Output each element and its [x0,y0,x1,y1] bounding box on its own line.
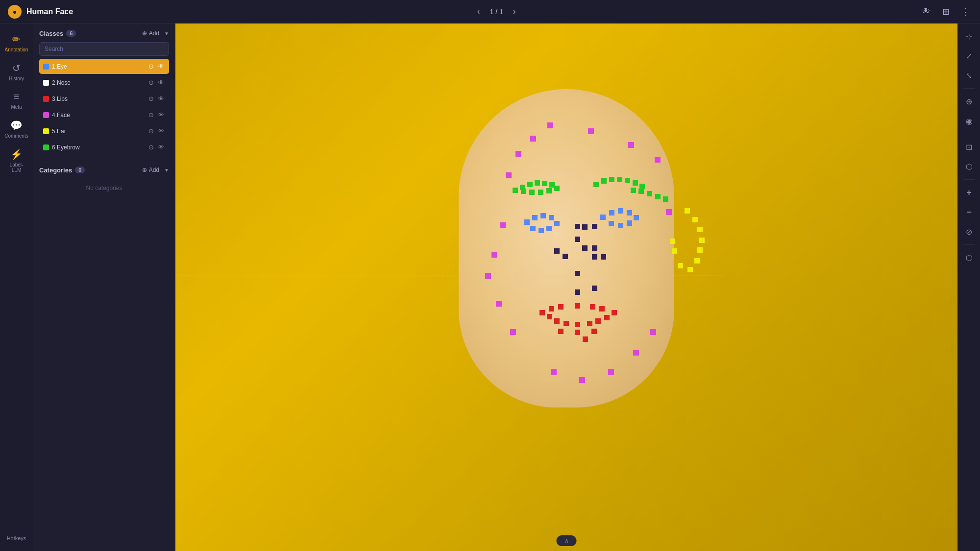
hotkeys-button[interactable]: Hotkeys [3,531,30,545]
categories-title: Categories 0 [39,167,85,174]
class-item-face[interactable]: 4.Face ⊙ 👁 [39,107,169,122]
label-llm-label: Label-LLM [6,162,27,173]
classes-count-badge: 6 [66,30,76,37]
annotation-label: Annotation [5,47,28,52]
class-name: 1.Eye [52,63,145,70]
class-item-lips[interactable]: 3.Lips ⊙ 👁 [39,91,169,106]
bottom-chevron-icon: ∧ [564,537,569,544]
class-name: 6.Eyebrow [52,144,145,151]
next-page-button[interactable]: › [509,4,520,19]
classes-title: Classes 6 [39,30,76,37]
right-toolbar: ⊹ ⤢ ⤡ ⊕ ◉ ⊡ ⬡ + − ⊘ ⬡ [957,24,980,551]
class-target-button[interactable]: ⊙ [147,94,155,103]
toolbar-divider-3 [963,179,975,180]
filter-tool-button[interactable]: ⬡ [960,158,978,175]
canvas-area[interactable]: ∧ [175,24,957,551]
cursor-tool-button[interactable]: ⊹ [960,27,978,45]
class-color-dot [43,112,49,118]
app-logo: ● [8,5,22,19]
toolbar-divider-4 [963,244,975,245]
face-sim [419,67,713,508]
square-tool-button[interactable]: ⊡ [960,138,978,156]
class-target-button[interactable]: ⊙ [147,126,155,136]
icon-nav: ✏ Annotation ↺ History ≡ Meta 💬 Comments… [0,24,33,551]
class-visibility-button[interactable]: 👁 [157,94,165,103]
class-actions: ⊙ 👁 [147,143,165,152]
sidebar-item-label-llm[interactable]: ⚡ Label-LLM [3,144,30,177]
class-visibility-button[interactable]: 👁 [157,110,165,120]
no-categories-text: No categories [39,185,169,192]
page-indicator: 1 / 1 [490,8,503,16]
history-icon: ↺ [12,62,21,74]
class-actions: ⊙ 👁 [147,62,165,71]
circle-tool-button[interactable]: ◉ [960,112,978,130]
search-input[interactable] [39,42,169,56]
grid-icon-button[interactable]: ⊞ [940,4,952,19]
class-target-button[interactable]: ⊙ [147,110,155,120]
class-target-button[interactable]: ⊙ [147,62,155,71]
class-target-button[interactable]: ⊙ [147,78,155,87]
classes-panel: Classes 6 ⊕ Add ▼ 1.Eye ⊙ 👁 [33,24,175,551]
lasso-tool-button[interactable]: ⬡ [960,249,978,266]
sidebar-item-history[interactable]: ↺ History [3,58,30,85]
class-name: 5.Ear [52,128,145,135]
topbar-left: ● Human Face [8,5,73,19]
sidebar-item-comments[interactable]: 💬 Comments [3,116,30,143]
toolbar-divider-1 [963,88,975,89]
history-label: History [9,76,24,81]
comments-icon: 💬 [10,120,23,131]
more-options-button[interactable]: ⋮ [959,4,972,19]
categories-header: Categories 0 ⊕ Add ▼ [39,165,169,175]
class-visibility-button[interactable]: 👁 [157,78,165,87]
topbar-right: 👁 ⊞ ⋮ [920,4,972,19]
meta-icon: ≡ [14,91,20,102]
categories-plus-icon: ⊕ [142,167,147,173]
categories-add-button[interactable]: ⊕ Add [139,165,162,175]
meta-label: Meta [11,104,22,110]
prev-page-button[interactable]: ‹ [473,4,484,19]
class-color-dot [43,144,49,150]
face-container [175,24,957,551]
plus-icon: ⊕ [142,30,147,37]
zoom-in-button[interactable]: + [960,184,978,201]
class-target-button[interactable]: ⊙ [147,143,155,152]
project-title: Human Face [26,7,73,16]
class-actions: ⊙ 👁 [147,78,165,87]
class-visibility-button[interactable]: 👁 [157,143,165,152]
expand-button[interactable]: ⤡ [960,67,978,84]
comments-label: Comments [4,133,28,139]
class-visibility-button[interactable]: 👁 [157,126,165,136]
class-item-eye[interactable]: 1.Eye ⊙ 👁 [39,59,169,74]
class-actions: ⊙ 👁 [147,110,165,120]
class-color-dot [43,96,49,102]
class-name: 2.Nose [52,79,145,86]
class-item-ear[interactable]: 5.Ear ⊙ 👁 [39,123,169,139]
class-actions: ⊙ 👁 [147,94,165,103]
sidebar-item-annotation[interactable]: ✏ Annotation [3,29,30,56]
comment-tool-button[interactable]: ⊕ [960,93,978,110]
label-llm-icon: ⚡ [10,148,23,160]
class-item-nose[interactable]: 2.Nose ⊙ 👁 [39,75,169,90]
categories-count-badge: 0 [75,167,85,173]
classes-section: Classes 6 ⊕ Add ▼ 1.Eye ⊙ 👁 [33,24,175,160]
bottom-bar[interactable]: ∧ [557,535,577,546]
class-list: 1.Eye ⊙ 👁 2.Nose ⊙ 👁 3.Lips ⊙ 👁 4.Face [39,59,169,155]
topbar: ● Human Face ‹ 1 / 1 › 👁 ⊞ ⋮ [0,0,980,24]
fit-view-button[interactable]: ⤢ [960,47,978,65]
class-item-eyebrow[interactable]: 6.Eyebrow ⊙ 👁 [39,140,169,155]
main-layout: ✏ Annotation ↺ History ≡ Meta 💬 Comments… [0,24,980,551]
class-color-dot [43,128,49,134]
zoom-out-button[interactable]: − [960,203,978,221]
class-actions: ⊙ 👁 [147,126,165,136]
class-visibility-button[interactable]: 👁 [157,62,165,71]
annotation-icon: ✏ [12,33,21,45]
class-color-dot [43,64,49,70]
zoom-reset-button[interactable]: ⊘ [960,223,978,240]
sidebar-item-meta[interactable]: ≡ Meta [3,87,30,114]
face-oval [459,89,674,407]
visibility-icon-button[interactable]: 👁 [920,4,932,19]
class-name: 3.Lips [52,96,145,102]
classes-add-button[interactable]: ⊕ Add [139,28,162,38]
categories-section: Categories 0 ⊕ Add ▼ No categories [33,160,175,551]
toolbar-divider-2 [963,134,975,134]
